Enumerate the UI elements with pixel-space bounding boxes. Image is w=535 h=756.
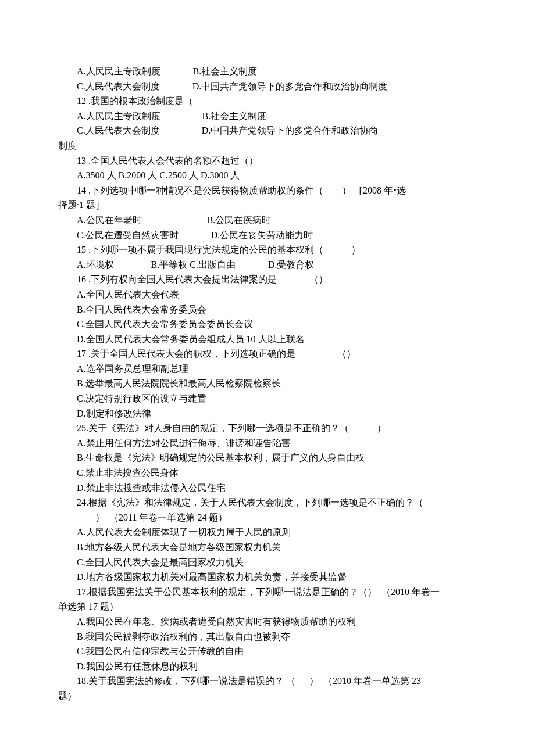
- text-line: C.公民在遭受自然灾害时 D.公民在丧失劳动能力时: [58, 228, 477, 243]
- text-line: C.禁止非法搜查公民身体: [58, 465, 477, 481]
- text-line: 13 .全国人民代表人会代表的名额不超过（）: [58, 153, 477, 169]
- text-line: B.我国公民被剥夺政治权利的，其出版自由也被剥夺: [58, 629, 477, 644]
- text-line: C.我国公民有信仰宗教与公开传教的自由: [58, 644, 477, 659]
- text-line: A.环境权 B.平等权 C.出版自由 D.受教育权: [58, 257, 477, 273]
- document-page: A.人民民主专政制度 B.社会主义制度C.人民代表大会制度 D.中国共产党领导下…: [0, 0, 535, 756]
- text-line: 15 .下列哪一项不属于我国现行宪法规定的公民的基本权利（ ）: [58, 242, 477, 257]
- text-line: 题）: [58, 689, 477, 704]
- text-line: D.禁止非法搜查或非法侵入公民住宅: [58, 481, 477, 496]
- text-line: C.全国人民代表大会是最高国家权力机关: [58, 555, 477, 570]
- text-line: A.公民在年老时 B.公民在疾病时: [58, 213, 477, 228]
- text-line: 择题·1 题］: [58, 198, 477, 213]
- text-line: D.制定和修改法律: [58, 406, 477, 421]
- text-line: 17.根据我国宪法关于公民基本权利的规定，下列哪一说法是正确的？（） （2010…: [58, 585, 477, 600]
- text-line: C.全国人民代表大会常务委员会委员长会议: [58, 317, 477, 332]
- text-line: A.选举国务员总理和副总理: [58, 361, 477, 377]
- text-line: A.全国人民代表大会代表: [58, 287, 477, 302]
- text-line: 12 .我国的根本政治制度是（: [58, 94, 477, 109]
- text-line: 16 .下列有权向全国人民代表大会提出法律案的是 （）: [58, 272, 477, 287]
- text-line: 14 .下列选项中哪一种情况不是公民获得物质帮助权的条件（ ） ［2008 年•…: [58, 183, 477, 198]
- text-line: 25.关于《宪法》对人身自由的规定，下列哪一选项是不正确的？（ ）: [58, 421, 477, 436]
- text-line: A.禁止用任何方法对公民进行侮辱、诽谤和诬告陷害: [58, 436, 477, 451]
- text-line: 24.根据《宪法》和法律规定，关于人民代表大会制度，下列哪一选项是不正确的？（: [58, 495, 477, 510]
- text-line: C.人民代表大会制度 D.中国共产党领导下的多党合作和政治协商: [58, 123, 477, 138]
- text-line: ） （2011 年卷一单选第 24 题）: [58, 510, 477, 525]
- text-line: B.地方各级人民代表大会是地方各级国家权力机关: [58, 540, 477, 555]
- text-line: 18.关于我国宪法的修改，下列哪一说法是错误的？ （ ） （2010 年卷一单选…: [58, 673, 477, 689]
- text-line: D.全国人民代表大会常务委员会组成人员 10 人以上联名: [58, 332, 477, 347]
- text-line: A.人民代表大会制度体现了一切权力属于人民的原则: [58, 525, 477, 540]
- text-line: C.人民代表大会制度 D.中国共产党领导下的多党合作和政治协商制度: [58, 79, 477, 94]
- text-line: B.全国人民代表大会常务委员会: [58, 302, 477, 317]
- text-line: D.地方各级国家权力机关对最高国家权力机关负责，并接受其监督: [58, 569, 477, 585]
- text-line: A.3500 人 B.2000 人 C.2500 人 D.3000 人: [58, 168, 477, 183]
- text-line: A.人民民主专政制度 B.社会主义制度: [58, 64, 477, 79]
- text-line: B.选举最高人民法院院长和最高人民检察院检察长: [58, 376, 477, 391]
- text-line: 单选第 17 题）: [58, 599, 477, 614]
- text-line: D.我国公民有任意休息的权利: [58, 659, 477, 674]
- text-line: 17 .关于全国人民代表大会的职权，下列选项正确的是 （）: [58, 346, 477, 361]
- text-line: A.人民民主专政制度 B.社会主义制度: [58, 109, 477, 124]
- text-line: B.生命权是《宪法》明确规定的公民基本权利，属于广义的人身自由权: [58, 450, 477, 465]
- text-line: A.我国公民在年老、疾病或者遭受自然灾害时有获得物质帮助的权利: [58, 614, 477, 629]
- text-line: C.决定特别行政区的设立与建置: [58, 391, 477, 406]
- text-line: 制度: [58, 138, 477, 153]
